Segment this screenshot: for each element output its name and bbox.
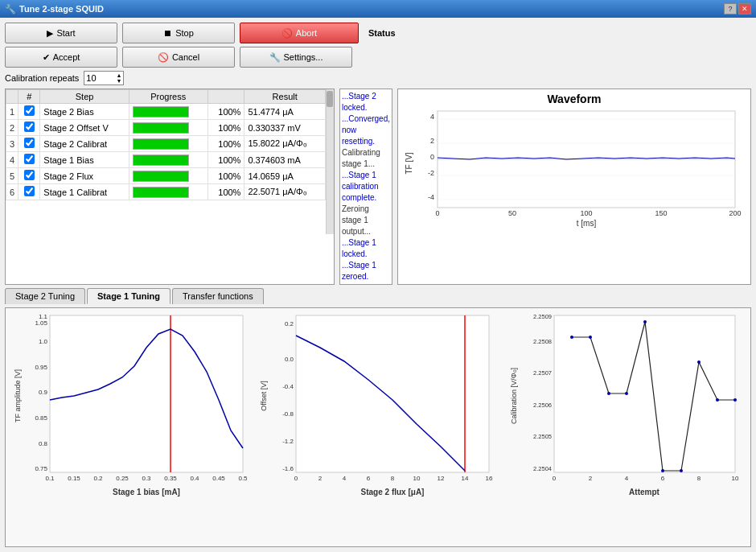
tabs-section: Stage 2 Tuning Stage 1 Tuning Transfer f… xyxy=(5,288,751,304)
status-line: Zeroing stage 1 output... xyxy=(342,204,390,237)
row-progress-bar xyxy=(129,104,207,120)
svg-text:12: 12 xyxy=(437,475,444,482)
scrollbar-thumb[interactable] xyxy=(327,91,333,107)
main-content: ▶ Start ⏹ Stop 🚫 Abort Status ✔ Accept 🚫… xyxy=(0,18,756,552)
svg-text:0.35: 0.35 xyxy=(164,475,177,482)
row-step-name: Stage 2 Offset V xyxy=(40,120,129,136)
button-row-2: ✔ Accept 🚫 Cancel 🔧 Settings... xyxy=(5,47,751,68)
row-pct: 100% xyxy=(207,168,244,184)
row-checkbox[interactable] xyxy=(24,122,35,132)
spinner-down[interactable]: ▼ xyxy=(116,78,121,84)
svg-text:Stage 2 flux [μA]: Stage 2 flux [μA] xyxy=(360,488,424,496)
row-checkbox[interactable] xyxy=(24,138,35,148)
svg-text:2.2507: 2.2507 xyxy=(533,369,552,377)
spinner-up[interactable]: ▲ xyxy=(116,72,121,78)
row-checkbox[interactable] xyxy=(24,154,35,164)
svg-text:0: 0 xyxy=(552,475,556,482)
calibration-spinner[interactable]: 10 ▲ ▼ xyxy=(84,71,124,85)
row-checkbox[interactable] xyxy=(24,105,35,116)
svg-text:1.0: 1.0 xyxy=(38,338,47,345)
start-icon: ▶ xyxy=(47,28,53,39)
accept-button[interactable]: ✔ Accept xyxy=(5,47,117,68)
row-checkbox-cell[interactable] xyxy=(18,104,40,120)
tab-stage1-tuning[interactable]: Stage 1 Tuning xyxy=(87,288,171,304)
svg-text:10: 10 xyxy=(413,475,420,482)
chart2-svg: Offset [V] -1.6 -1.2 -0.8 -0.4 0.0 0.2 0… xyxy=(260,311,497,501)
status-line: ...Converged, now resetting. xyxy=(342,113,390,147)
row-result: 15.8022 μA/Φ₀ xyxy=(244,136,326,152)
row-num: 1 xyxy=(6,104,18,120)
svg-text:4: 4 xyxy=(342,475,346,482)
svg-point-76 xyxy=(625,392,628,395)
svg-text:-0.4: -0.4 xyxy=(282,383,294,390)
svg-text:2.2504: 2.2504 xyxy=(533,465,552,472)
svg-point-77 xyxy=(643,320,647,323)
svg-rect-39 xyxy=(296,315,489,472)
row-progress-bar xyxy=(129,120,207,136)
svg-text:0: 0 xyxy=(435,209,439,217)
start-button[interactable]: ▶ Start xyxy=(5,23,117,43)
svg-text:4: 4 xyxy=(624,475,628,482)
abort-icon: 🚫 xyxy=(281,28,293,39)
steps-table: # Step Progress Result 1 Stage 2 Bias 10… xyxy=(6,89,326,200)
svg-text:16: 16 xyxy=(485,475,492,482)
status-line: ...Stage 1 calibration complete. xyxy=(342,170,390,204)
table-row: 1 Stage 2 Bias 100% 51.4774 μA xyxy=(6,104,326,120)
row-checkbox-cell[interactable] xyxy=(18,152,40,168)
tab-stage2-tuning[interactable]: Stage 2 Tuning xyxy=(5,288,85,304)
col-header-num: # xyxy=(18,90,40,104)
row-checkbox-cell[interactable] xyxy=(18,136,40,152)
status-line: ...Stage 2 locked. xyxy=(342,91,390,113)
row-num: 5 xyxy=(6,168,18,184)
row-num: 4 xyxy=(6,152,18,168)
row-result: 14.0659 μA xyxy=(244,168,326,184)
row-checkbox-cell[interactable] xyxy=(18,120,40,136)
row-pct: 100% xyxy=(207,104,244,120)
svg-text:0.9: 0.9 xyxy=(38,389,47,396)
svg-text:0.75: 0.75 xyxy=(35,465,47,472)
title-bar-controls: ? ✕ xyxy=(724,3,751,14)
cancel-icon: 🚫 xyxy=(158,52,169,63)
help-button[interactable]: ? xyxy=(724,3,737,14)
svg-point-73 xyxy=(570,336,573,339)
col-header-check xyxy=(6,90,18,104)
row-checkbox-cell[interactable] xyxy=(18,184,40,200)
accept-icon: ✔ xyxy=(43,52,50,63)
row-step-name: Stage 1 Bias xyxy=(40,152,129,168)
svg-text:-1.6: -1.6 xyxy=(282,465,294,472)
settings-button[interactable]: 🔧 Settings... xyxy=(240,47,352,68)
row-checkbox-cell[interactable] xyxy=(18,168,40,184)
stop-button[interactable]: ⏹ Stop xyxy=(122,23,235,43)
row-result: 0.374603 mA xyxy=(244,152,326,168)
row-result: 51.4774 μA xyxy=(244,104,326,120)
abort-button[interactable]: 🚫 Abort xyxy=(240,23,359,43)
svg-point-74 xyxy=(589,336,592,339)
window-icon: 🔧 xyxy=(5,4,16,14)
tab-transfer-functions[interactable]: Transfer functions xyxy=(172,288,264,304)
row-checkbox[interactable] xyxy=(24,186,35,196)
svg-text:2.2506: 2.2506 xyxy=(533,402,552,409)
row-result: 22.5071 μA/Φ₀ xyxy=(244,184,326,200)
cancel-button[interactable]: 🚫 Cancel xyxy=(122,47,235,68)
col-header-step: Step xyxy=(40,90,129,104)
svg-text:2.2508: 2.2508 xyxy=(533,338,552,345)
close-button[interactable]: ✕ xyxy=(738,3,751,14)
svg-text:100: 100 xyxy=(580,209,592,217)
stop-icon: ⏹ xyxy=(163,28,172,38)
chart1-svg: TF amplitude [V] 0.75 0.8 0.85 0.9 0.95 … xyxy=(14,311,251,501)
row-checkbox[interactable] xyxy=(24,170,35,180)
svg-text:-0.8: -0.8 xyxy=(282,410,294,418)
svg-text:Calibration [V/Φ₀]: Calibration [V/Φ₀] xyxy=(510,368,518,424)
table-row: 4 Stage 1 Bias 100% 0.374603 mA xyxy=(6,152,326,168)
table-scrollbar[interactable] xyxy=(326,89,334,234)
svg-text:Offset [V]: Offset [V] xyxy=(260,381,268,410)
svg-text:0.2: 0.2 xyxy=(93,475,103,482)
row-pct: 100% xyxy=(207,184,244,200)
svg-text:2: 2 xyxy=(318,475,322,482)
svg-text:0.45: 0.45 xyxy=(212,475,225,482)
svg-text:0.25: 0.25 xyxy=(116,475,129,482)
svg-text:t [ms]: t [ms] xyxy=(577,219,597,228)
svg-text:0.2: 0.2 xyxy=(284,320,294,327)
svg-rect-18 xyxy=(50,315,243,472)
row-result: 0.330337 mV xyxy=(244,120,326,136)
